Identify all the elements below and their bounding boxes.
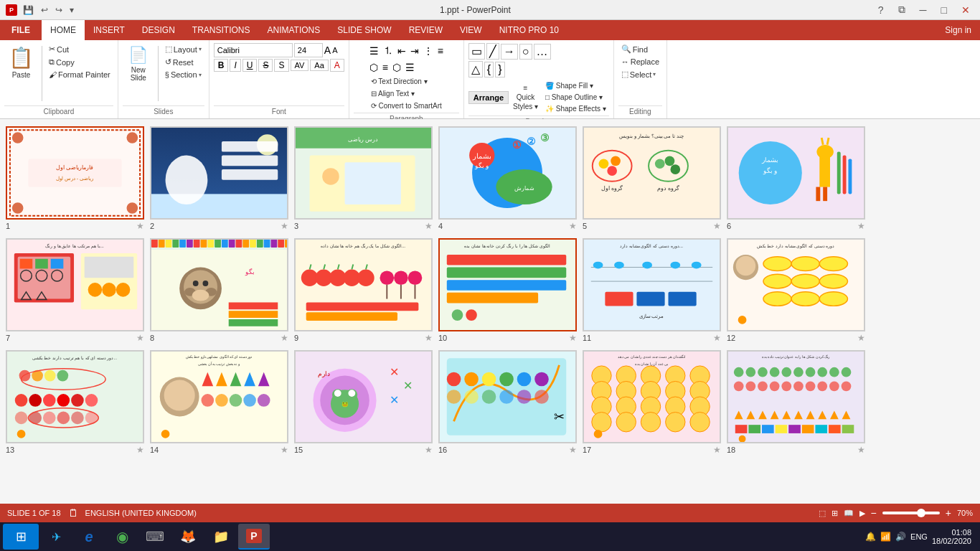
slide-thumb-14[interactable]: دور دسته ای که الگوی مشابهی دارو خط بکش …: [150, 350, 288, 456]
slide-star-11[interactable]: ★: [713, 333, 721, 343]
home-tab[interactable]: HOME: [42, 20, 85, 40]
slide-star-9[interactable]: ★: [425, 333, 433, 343]
columns-button[interactable]: ⋮: [422, 44, 435, 58]
decrease-indent-button[interactable]: ⇤: [396, 44, 407, 58]
notes-icon[interactable]: 🗒: [68, 507, 78, 519]
layout-button[interactable]: ⬚ Layout ▾: [162, 43, 204, 55]
slide-star-1[interactable]: ★: [136, 221, 144, 231]
arrange-button[interactable]: Arrange: [468, 91, 509, 104]
text-direction-button[interactable]: ⟲ Text Direction ▾: [368, 76, 430, 87]
reading-view-icon[interactable]: 📖: [844, 509, 854, 518]
slide-thumb-6[interactable]: بشمار و بگو 6★: [727, 126, 865, 232]
font-size-input[interactable]: [294, 43, 323, 57]
close-btn[interactable]: ✕: [957, 3, 974, 17]
line-spacing-button[interactable]: ≡: [436, 44, 445, 58]
zoom-out-btn[interactable]: −: [871, 507, 877, 519]
slide-thumb-10[interactable]: الگوی شکل ها را با رنگ کردن خانه ها نشان…: [438, 238, 577, 344]
slide-thumb-3[interactable]: درس ریاضی 3★: [294, 126, 433, 232]
slide-thumb-1[interactable]: فارماریاضی اول ریاضی - درس اول 1★: [6, 126, 144, 232]
justify-button[interactable]: ☰: [404, 60, 416, 75]
animations-tab[interactable]: ANIMATIONS: [258, 20, 329, 40]
slide-thumb-7[interactable]: با هم مرتکب ها عایق ها و رنگ... 7★: [6, 238, 144, 344]
change-case-button[interactable]: Aa: [310, 60, 328, 71]
shape-rect-icon[interactable]: ▭: [468, 43, 485, 60]
italic-button[interactable]: I: [230, 59, 240, 72]
slide-star-12[interactable]: ★: [857, 333, 865, 343]
slide-star-3[interactable]: ★: [425, 221, 433, 231]
slide-star-10[interactable]: ★: [569, 333, 577, 343]
slide-star-5[interactable]: ★: [713, 221, 721, 231]
view-tab[interactable]: VIEW: [451, 20, 491, 40]
slide-star-14[interactable]: ★: [281, 445, 288, 455]
ie-btn[interactable]: e: [73, 524, 105, 550]
browser-btn[interactable]: ◉: [106, 524, 138, 550]
zoom-thumb[interactable]: [917, 509, 925, 517]
notify-icon[interactable]: 🔔: [865, 532, 876, 542]
redo-btn[interactable]: ↪: [52, 4, 65, 17]
underline-button[interactable]: U: [242, 59, 258, 72]
slide-thumb-13[interactable]: دور دسته ای که با هم ترتیب دارند خط بکشی…: [6, 350, 144, 456]
help-btn[interactable]: ?: [874, 3, 888, 17]
increase-font-btn[interactable]: A: [324, 44, 331, 56]
transitions-tab[interactable]: TRANSITIONS: [184, 20, 259, 40]
zoom-slider[interactable]: [882, 512, 940, 514]
align-text-button[interactable]: ⊟ Align Text ▾: [368, 88, 418, 99]
slideshow-tab[interactable]: SLIDE SHOW: [329, 20, 400, 40]
powerpoint-btn[interactable]: P: [238, 524, 270, 550]
slide-star-7[interactable]: ★: [136, 333, 144, 343]
file-menu[interactable]: FILE: [0, 20, 42, 40]
slide-thumb-16[interactable]: ✂ 16★: [438, 350, 577, 456]
nitro-tab[interactable]: NITRO PRO 10: [491, 20, 567, 40]
shape-brace-icon[interactable]: {: [484, 62, 494, 77]
increase-indent-button[interactable]: ⇥: [409, 44, 420, 58]
decrease-font-btn[interactable]: A: [332, 46, 337, 55]
slide-star-17[interactable]: ★: [713, 445, 721, 455]
slide-thumb-5[interactable]: چند تا می بینی؟ بشمار و بنویس گروه اول گ…: [583, 126, 721, 232]
quick-styles-button[interactable]: ≡ Quick Styles ▾: [510, 83, 541, 112]
shape-oval-icon[interactable]: ○: [519, 44, 532, 60]
slide-star-6[interactable]: ★: [857, 221, 865, 231]
bold-button[interactable]: B: [214, 59, 229, 72]
restore-btn[interactable]: ⧉: [894, 2, 910, 17]
review-tab[interactable]: REVIEW: [400, 20, 451, 40]
volume-icon[interactable]: 🔊: [895, 532, 906, 542]
format-painter-button[interactable]: 🖌 Format Painter: [46, 69, 113, 80]
save-btn[interactable]: 💾: [20, 4, 37, 17]
firefox-btn[interactable]: 🦊: [172, 524, 204, 550]
slide-thumb-12[interactable]: دوره دستی که الگوی مشابه دارد خط بکش 12★: [727, 238, 865, 344]
design-tab[interactable]: DESIGN: [133, 20, 184, 40]
paste-button[interactable]: 📋 Paste: [4, 43, 38, 82]
slide-thumb-17[interactable]: انگشتان هر دست چند عددی را نشان می دهد ب…: [583, 350, 721, 456]
slide-star-18[interactable]: ★: [857, 445, 865, 455]
shape-line-icon[interactable]: ╱: [486, 43, 499, 60]
shape-brace2-icon[interactable]: }: [495, 62, 504, 77]
sign-in[interactable]: Sign in: [945, 25, 980, 35]
telegram-btn[interactable]: ✈: [40, 524, 72, 550]
shape-arrow-icon[interactable]: →: [501, 44, 518, 60]
undo-btn[interactable]: ↩: [38, 4, 51, 17]
slide-thumb-4[interactable]: بشمار و بگو ① ② ③ شمارش 4★: [438, 126, 577, 232]
slide-star-15[interactable]: ★: [425, 445, 433, 455]
shape-tri-icon[interactable]: △: [468, 61, 483, 77]
slide-star-2[interactable]: ★: [281, 221, 288, 231]
slide-thumb-15[interactable]: 🐸 ✕ ✕ ✕ دارم 15★: [294, 350, 433, 456]
explorer-btn[interactable]: 📁: [205, 524, 237, 550]
zoom-in-btn[interactable]: +: [946, 507, 951, 519]
slideshow-icon[interactable]: ▶: [859, 509, 865, 518]
slide-star-8[interactable]: ★: [281, 333, 288, 343]
replace-button[interactable]: ↔ Replace: [618, 56, 662, 67]
align-center-button[interactable]: ≡: [381, 60, 390, 75]
shape-outline-button[interactable]: □ Shape Outline ▾: [542, 92, 609, 103]
slide-thumb-2[interactable]: 2★: [150, 126, 288, 232]
minimize-btn[interactable]: ─: [915, 3, 931, 17]
shape-more-icon[interactable]: …: [534, 44, 551, 60]
shape-fill-button[interactable]: 🪣 Shape Fill ▾: [542, 80, 609, 91]
slide-star-13[interactable]: ★: [136, 445, 144, 455]
font-color-button[interactable]: A: [330, 59, 344, 72]
slide-star-16[interactable]: ★: [569, 445, 577, 455]
normal-view-icon[interactable]: ⬚: [819, 509, 826, 518]
start-button[interactable]: ⊞: [3, 524, 39, 550]
bullets-button[interactable]: ☰: [368, 44, 380, 58]
slide-thumb-11[interactable]: دوره دستی که الگوی مشابه دارد... مرتب سا…: [583, 238, 721, 344]
convert-smartart-button[interactable]: ⟳ Convert to SmartArt: [368, 100, 445, 111]
